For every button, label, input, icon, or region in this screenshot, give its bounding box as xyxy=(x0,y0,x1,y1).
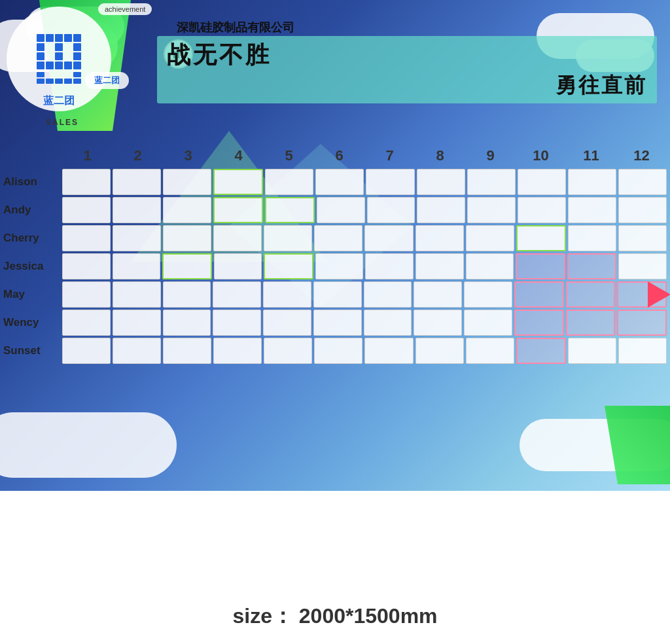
grid-cell[interactable] xyxy=(618,197,667,223)
cloud-decoration xyxy=(0,412,177,478)
grid-cell[interactable] xyxy=(214,253,262,279)
grid-cell[interactable] xyxy=(213,310,261,336)
grid-cell[interactable] xyxy=(618,338,667,364)
grid-cell[interactable] xyxy=(364,225,413,251)
col-header: 2 xyxy=(113,144,163,168)
grid-cell[interactable] xyxy=(366,169,414,195)
row-label-may: May xyxy=(3,288,62,301)
grid-cell[interactable] xyxy=(62,338,111,364)
grid-cell[interactable] xyxy=(62,225,111,251)
grid-cell[interactable] xyxy=(364,281,412,308)
grid-cell[interactable] xyxy=(618,253,667,279)
grid-cell[interactable] xyxy=(417,169,465,195)
grid-cell[interactable] xyxy=(516,253,565,279)
grid-cell[interactable] xyxy=(516,338,566,364)
grid-cell[interactable] xyxy=(113,310,161,336)
grid-cell[interactable] xyxy=(113,281,161,308)
grid-cell[interactable] xyxy=(567,253,617,279)
grid-cell[interactable] xyxy=(364,310,412,336)
grid-cell[interactable] xyxy=(263,281,311,308)
grid-cell[interactable] xyxy=(213,225,262,251)
grid-cell[interactable] xyxy=(568,225,616,251)
grid-cell[interactable] xyxy=(213,281,261,308)
slogan-line-1: 战无不胜 xyxy=(167,39,647,71)
grid-cell[interactable] xyxy=(618,169,667,195)
grid-cell[interactable] xyxy=(263,310,311,336)
grid-cell[interactable] xyxy=(414,310,462,336)
achievement-badge: achievement xyxy=(98,3,152,15)
grid-cell[interactable] xyxy=(617,281,667,308)
grid-cell[interactable] xyxy=(163,338,211,364)
grid-cell[interactable] xyxy=(265,169,313,195)
grid-cell[interactable] xyxy=(317,197,365,223)
grid-cell[interactable] xyxy=(264,338,312,364)
grid-cell[interactable] xyxy=(365,253,414,279)
grid-cell[interactable] xyxy=(62,281,111,308)
grid-cell[interactable] xyxy=(113,225,161,251)
grid-cell[interactable] xyxy=(62,310,111,336)
grid-cell[interactable] xyxy=(163,169,211,195)
grid-cell[interactable] xyxy=(213,169,263,195)
grid-cell[interactable] xyxy=(467,197,516,223)
grid-cell[interactable] xyxy=(568,169,616,195)
grid-cell[interactable] xyxy=(415,253,464,279)
grid-cell[interactable] xyxy=(414,281,462,308)
grid-cell[interactable] xyxy=(62,253,111,279)
col-header: 6 xyxy=(314,144,364,168)
grid-cell[interactable] xyxy=(466,253,514,279)
table-row: Sunset xyxy=(3,338,667,364)
grid-cell[interactable] xyxy=(415,338,464,364)
grid-cell[interactable] xyxy=(568,197,616,223)
grid-cell[interactable] xyxy=(264,225,312,251)
grid-cell[interactable] xyxy=(315,253,364,279)
grid-cell[interactable] xyxy=(367,197,415,223)
grid-cell[interactable] xyxy=(617,310,667,336)
grid-cell[interactable] xyxy=(113,197,161,223)
row-cells xyxy=(62,253,667,279)
grid-cell[interactable] xyxy=(568,338,616,364)
grid-cell[interactable] xyxy=(265,197,315,223)
green-decoration xyxy=(605,406,670,484)
grid-cell[interactable] xyxy=(466,225,514,251)
grid-cell[interactable] xyxy=(417,197,465,223)
grid-cell[interactable] xyxy=(518,197,566,223)
grid-cell[interactable] xyxy=(566,310,616,336)
row-cells xyxy=(62,281,667,308)
grid-cell[interactable] xyxy=(113,253,161,279)
grid-cell[interactable] xyxy=(315,169,364,195)
logo-circle: 蓝二团 xyxy=(7,7,111,111)
grid-cell[interactable] xyxy=(163,281,211,308)
col-header: 10 xyxy=(516,144,566,168)
grid-cell[interactable] xyxy=(314,338,362,364)
grid-cell[interactable] xyxy=(163,197,211,223)
grid-cell[interactable] xyxy=(516,225,566,251)
grid-cell[interactable] xyxy=(213,338,262,364)
grid-cell[interactable] xyxy=(313,281,362,308)
col-header: 9 xyxy=(465,144,516,168)
grid-cell[interactable] xyxy=(466,338,514,364)
grid-cell[interactable] xyxy=(364,338,413,364)
grid-cell[interactable] xyxy=(314,225,362,251)
grid-cell[interactable] xyxy=(163,225,211,251)
grid-cell[interactable] xyxy=(518,169,566,195)
grid-cell[interactable] xyxy=(313,310,362,336)
grid-cell[interactable] xyxy=(113,338,161,364)
grid-cell[interactable] xyxy=(213,197,263,223)
grid-cell[interactable] xyxy=(514,310,564,336)
grid-cell[interactable] xyxy=(566,281,616,308)
grid-cell[interactable] xyxy=(62,197,111,223)
grid-cell[interactable] xyxy=(618,225,667,251)
table-row: Alison xyxy=(3,169,667,195)
grid-cell[interactable] xyxy=(113,169,161,195)
grid-cell[interactable] xyxy=(62,169,111,195)
grid-cell[interactable] xyxy=(163,310,211,336)
row-label-cherry: Cherry xyxy=(3,232,62,245)
grid-cell[interactable] xyxy=(264,253,313,279)
grid-cell[interactable] xyxy=(464,310,512,336)
grid-cell[interactable] xyxy=(162,253,212,279)
grid-cell[interactable] xyxy=(467,169,516,195)
grid-cell[interactable] xyxy=(514,281,564,308)
grid-cell[interactable] xyxy=(415,225,464,251)
table-row: Jessica xyxy=(3,253,667,279)
grid-cell[interactable] xyxy=(464,281,512,308)
